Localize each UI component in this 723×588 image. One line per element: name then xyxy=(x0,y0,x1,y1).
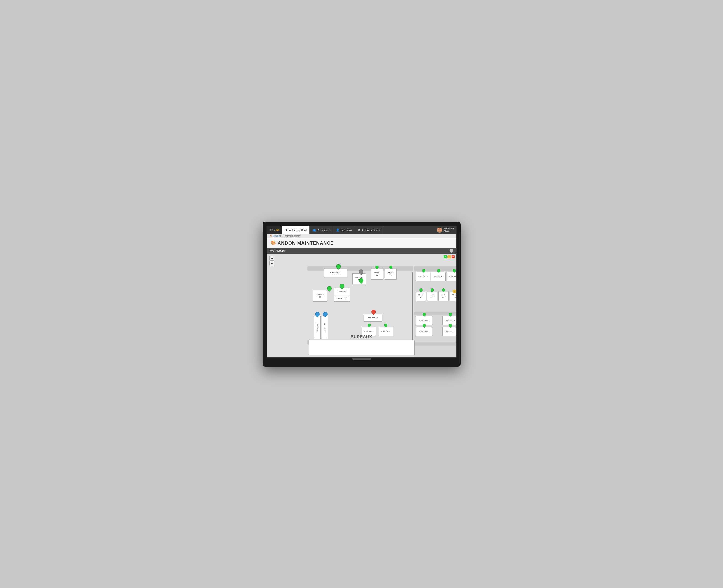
page-header: 🎨 ANDON MAINTENANCE xyxy=(267,238,456,248)
tv-frame: flex.io ⊞ Tableau de Bord 👥 Ressources 👤… xyxy=(262,222,461,367)
help-button[interactable]: ? xyxy=(450,249,453,253)
pin-green-m18 xyxy=(384,323,387,327)
r02-label: Machine 02 xyxy=(445,319,455,322)
r14-label: Machine 14 xyxy=(418,275,427,278)
svg-point-0 xyxy=(438,228,441,231)
machine-box-15v: Machine 15 xyxy=(314,316,321,339)
r16-label: Machine 16 xyxy=(449,275,456,278)
r08-label: Machi 08 xyxy=(429,294,435,298)
machine-23-label: Machine 23 xyxy=(330,272,341,274)
panel-top-controls: ↗ − ✕ xyxy=(444,255,455,258)
bureaux-label: BUREAUX xyxy=(351,335,372,339)
zoom-in-button[interactable]: + xyxy=(269,256,275,261)
machine-26-label: Machi 26 xyxy=(388,272,393,276)
machine-box-22: Machine 22 xyxy=(334,295,350,302)
section-header: ⚙⚙ ANDON ? xyxy=(267,248,456,254)
machine-box-r14: Machine 14 xyxy=(416,272,430,281)
paint-icon: 🎨 xyxy=(271,240,276,246)
r09-label: Machi 09 xyxy=(441,294,446,298)
nav-bar: flex.io ⊞ Tableau de Bord 👥 Ressources 👤… xyxy=(267,226,456,234)
tab-administration[interactable]: ⚙ Administration ▾ xyxy=(355,226,383,234)
home-icon: 🏠 xyxy=(270,235,273,237)
bureaux-box xyxy=(308,340,415,355)
r10-label: Machi 10 xyxy=(452,294,456,298)
zoom-controls: + − xyxy=(269,256,275,266)
app-logo: flex.io xyxy=(267,226,282,234)
minimize-button[interactable]: − xyxy=(447,255,451,258)
machine-box-r09: Machi 09 xyxy=(438,292,448,301)
breadcrumb-current: Tableau de Bord xyxy=(283,235,300,237)
tv-stand xyxy=(353,358,371,360)
pin-green-r08 xyxy=(430,288,434,292)
tab-ressources-label: Ressources xyxy=(317,229,330,231)
page-title: ANDON MAINTENANCE xyxy=(278,240,334,246)
tab-ressources[interactable]: 👥 Ressources xyxy=(309,226,333,234)
tab-administration-label: Administration xyxy=(361,229,378,231)
r04-label: Machine 04 xyxy=(419,331,428,333)
pin-green-m2x xyxy=(340,284,344,288)
pin-green-m24a xyxy=(359,270,363,274)
divider-line xyxy=(412,272,413,341)
zoom-out-button[interactable]: − xyxy=(269,261,275,266)
pin-check-m24 xyxy=(359,278,363,283)
close-button[interactable]: ✕ xyxy=(451,255,455,258)
machine-box-r07: Machi 07 xyxy=(416,292,426,301)
administration-icon: ⚙ xyxy=(358,229,360,232)
machine-box-r15: Machine 15 xyxy=(431,272,445,281)
section-label: ANDON xyxy=(276,249,285,252)
logo-flex: flex xyxy=(270,228,276,232)
right-floor-bot xyxy=(414,342,456,346)
machine-box-r08: Machi 08 xyxy=(427,292,437,301)
pin-yellow-r10: − xyxy=(453,290,456,293)
pin-green-r07 xyxy=(420,288,423,292)
pin-green-r01 xyxy=(423,313,426,316)
chevron-down-icon: ▾ xyxy=(379,229,380,231)
machine-box-r05: Machine 05 xyxy=(442,327,456,336)
machine-box-16v: Machine 16 xyxy=(322,316,328,339)
right-block-bot xyxy=(414,346,456,357)
breadcrumb-home[interactable]: Accueil xyxy=(274,235,281,237)
pin-green-r05 xyxy=(449,324,452,327)
machine-22-label: Machine 22 xyxy=(337,297,347,300)
user-menu[interactable]: Sébastien Choko xyxy=(435,226,456,234)
machine-box-20: Machine 20 xyxy=(313,290,327,302)
tab-scenarios[interactable]: 👤 Scénarios xyxy=(333,226,355,234)
machine-box-23: Machine 23 xyxy=(324,269,347,277)
tableau-icon: ⊞ xyxy=(285,229,287,232)
r07-label: Machi 07 xyxy=(418,294,423,298)
user-name: Sébastien Choko xyxy=(443,227,454,233)
tab-tableau-label: Tableau de Bord xyxy=(288,229,306,231)
machine-2x-label: Machine 2 xyxy=(338,290,346,293)
ressources-icon: 👥 xyxy=(312,229,316,232)
machine-15v-label: Machine 15 xyxy=(316,323,318,332)
machine-box-18: Machine 18 xyxy=(379,327,393,336)
pin-blue-m16 xyxy=(323,312,327,316)
avatar xyxy=(437,228,442,233)
expand-button[interactable]: ↗ xyxy=(444,255,447,258)
machine-box-25: Machi 25 xyxy=(371,269,383,280)
breadcrumb: 🏠 Accueil › Tableau de Bord xyxy=(267,234,456,238)
pin-green-r15 xyxy=(437,269,440,272)
section-controls: ? xyxy=(450,249,453,253)
machine-box-26: Machi 26 xyxy=(385,269,397,280)
machine-20-label: Machine 20 xyxy=(317,294,323,298)
section-title: ⚙⚙ ANDON xyxy=(270,249,285,252)
tab-tableau-de-bord[interactable]: ⊞ Tableau de Bord xyxy=(282,226,309,234)
machine-box-r04: Machine 04 xyxy=(416,327,432,336)
scenarios-icon: 👤 xyxy=(336,229,340,232)
machine-19-label: Machine 19 xyxy=(368,316,378,319)
machine-25-label: Machi 25 xyxy=(374,272,379,276)
logo-io: .io xyxy=(276,228,279,232)
pin-green-r09 xyxy=(442,288,445,292)
svg-point-1 xyxy=(438,231,441,233)
machine-16v-label: Machine 16 xyxy=(324,323,326,332)
machine-box-r16: Machine 16 xyxy=(447,272,456,281)
pin-green-r02 xyxy=(449,313,452,316)
pin-blue-m15 xyxy=(315,312,320,316)
pin-green-m26 xyxy=(389,266,393,269)
pin-green-r16 xyxy=(453,269,456,272)
map-container: ⚙ ↗ − ✕ + − Machine 23 Ma xyxy=(267,254,456,357)
pin-green-m20 xyxy=(327,286,332,291)
pin-green-r14 xyxy=(422,269,425,272)
machine-box-17: Machine 17 xyxy=(362,327,376,336)
